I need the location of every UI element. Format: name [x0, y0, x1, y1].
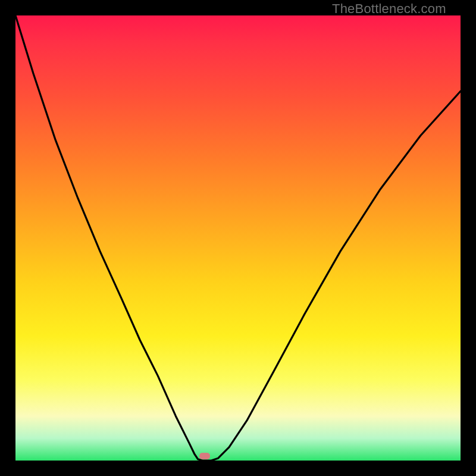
bottleneck-curve: [15, 15, 461, 461]
optimum-marker: [199, 453, 210, 459]
chart-frame: TheBottleneck.com: [0, 0, 476, 476]
curve-layer: [0, 0, 476, 476]
